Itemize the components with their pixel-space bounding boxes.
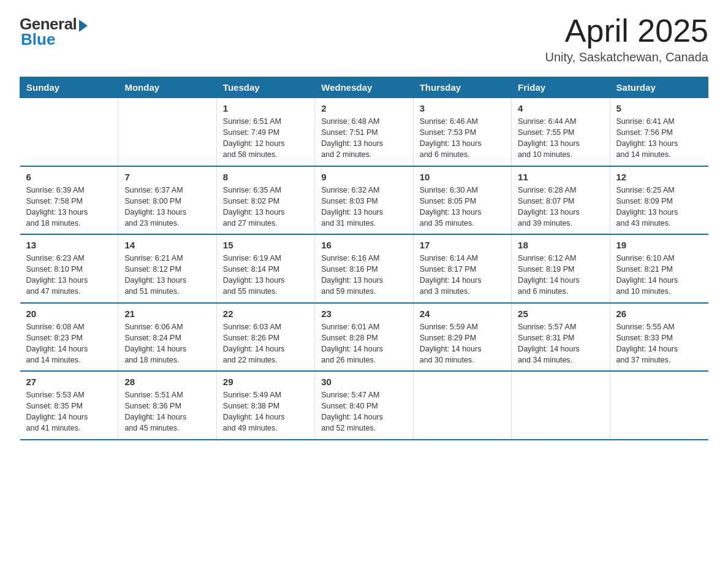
day-info: Sunrise: 6:08 AM Sunset: 8:23 PM Dayligh… bbox=[26, 321, 112, 366]
header-cell-monday: Monday bbox=[118, 77, 216, 98]
day-info: Sunrise: 6:28 AM Sunset: 8:07 PM Dayligh… bbox=[518, 185, 603, 229]
day-number: 4 bbox=[518, 103, 603, 113]
day-cell bbox=[413, 371, 511, 440]
week-row-0: 1Sunrise: 6:51 AM Sunset: 7:49 PM Daylig… bbox=[20, 98, 708, 166]
day-number: 13 bbox=[26, 240, 112, 250]
day-cell: 10Sunrise: 6:30 AM Sunset: 8:05 PM Dayli… bbox=[413, 166, 511, 235]
day-number: 21 bbox=[124, 308, 210, 319]
day-cell: 29Sunrise: 5:49 AM Sunset: 8:38 PM Dayli… bbox=[216, 371, 314, 440]
day-info: Sunrise: 6:44 AM Sunset: 7:55 PM Dayligh… bbox=[518, 116, 603, 161]
day-info: Sunrise: 6:46 AM Sunset: 7:53 PM Dayligh… bbox=[420, 116, 505, 161]
day-cell: 25Sunrise: 5:57 AM Sunset: 8:31 PM Dayli… bbox=[512, 303, 610, 372]
location: Unity, Saskatchewan, Canada bbox=[545, 50, 708, 64]
calendar-body: 1Sunrise: 6:51 AM Sunset: 7:49 PM Daylig… bbox=[20, 98, 708, 440]
week-row-3: 20Sunrise: 6:08 AM Sunset: 8:23 PM Dayli… bbox=[20, 303, 708, 372]
day-cell: 19Sunrise: 6:10 AM Sunset: 8:21 PM Dayli… bbox=[610, 234, 708, 303]
day-number: 29 bbox=[223, 377, 308, 387]
day-info: Sunrise: 6:25 AM Sunset: 8:09 PM Dayligh… bbox=[616, 185, 702, 229]
day-info: Sunrise: 5:59 AM Sunset: 8:29 PM Dayligh… bbox=[420, 321, 505, 366]
day-info: Sunrise: 6:30 AM Sunset: 8:05 PM Dayligh… bbox=[420, 185, 505, 229]
header-row: SundayMondayTuesdayWednesdayThursdayFrid… bbox=[20, 77, 708, 98]
day-cell: 17Sunrise: 6:14 AM Sunset: 8:17 PM Dayli… bbox=[413, 234, 511, 303]
day-cell: 16Sunrise: 6:16 AM Sunset: 8:16 PM Dayli… bbox=[315, 234, 413, 303]
day-info: Sunrise: 6:37 AM Sunset: 8:00 PM Dayligh… bbox=[124, 185, 210, 229]
day-info: Sunrise: 6:03 AM Sunset: 8:26 PM Dayligh… bbox=[223, 321, 308, 366]
day-info: Sunrise: 6:23 AM Sunset: 8:10 PM Dayligh… bbox=[26, 253, 112, 297]
day-info: Sunrise: 6:41 AM Sunset: 7:56 PM Dayligh… bbox=[616, 116, 702, 161]
title-area: April 2025 Unity, Saskatchewan, Canada bbox=[545, 15, 708, 64]
day-number: 16 bbox=[321, 240, 406, 250]
day-info: Sunrise: 6:12 AM Sunset: 8:19 PM Dayligh… bbox=[518, 253, 603, 297]
day-cell: 8Sunrise: 6:35 AM Sunset: 8:02 PM Daylig… bbox=[216, 166, 314, 235]
day-number: 5 bbox=[616, 103, 702, 113]
day-number: 25 bbox=[518, 308, 603, 319]
day-number: 3 bbox=[420, 103, 505, 113]
day-number: 20 bbox=[26, 308, 112, 319]
day-number: 10 bbox=[420, 172, 505, 182]
header-cell-friday: Friday bbox=[512, 77, 610, 98]
day-number: 12 bbox=[616, 172, 702, 182]
day-cell: 21Sunrise: 6:06 AM Sunset: 8:24 PM Dayli… bbox=[118, 303, 216, 372]
day-cell bbox=[512, 371, 610, 440]
calendar-table: SundayMondayTuesdayWednesdayThursdayFrid… bbox=[20, 77, 708, 440]
day-cell: 12Sunrise: 6:25 AM Sunset: 8:09 PM Dayli… bbox=[610, 166, 708, 235]
day-info: Sunrise: 6:01 AM Sunset: 8:28 PM Dayligh… bbox=[321, 321, 406, 366]
day-info: Sunrise: 5:55 AM Sunset: 8:33 PM Dayligh… bbox=[616, 321, 702, 366]
day-number: 6 bbox=[26, 172, 112, 182]
day-cell: 4Sunrise: 6:44 AM Sunset: 7:55 PM Daylig… bbox=[512, 98, 610, 166]
day-cell: 24Sunrise: 5:59 AM Sunset: 8:29 PM Dayli… bbox=[413, 303, 511, 372]
day-cell: 30Sunrise: 5:47 AM Sunset: 8:40 PM Dayli… bbox=[315, 371, 413, 440]
week-row-2: 13Sunrise: 6:23 AM Sunset: 8:10 PM Dayli… bbox=[20, 234, 708, 303]
header-cell-saturday: Saturday bbox=[610, 77, 708, 98]
day-info: Sunrise: 6:32 AM Sunset: 8:03 PM Dayligh… bbox=[321, 185, 406, 229]
day-cell bbox=[118, 98, 216, 166]
header-cell-wednesday: Wednesday bbox=[315, 77, 413, 98]
day-number: 19 bbox=[616, 240, 702, 250]
day-cell: 11Sunrise: 6:28 AM Sunset: 8:07 PM Dayli… bbox=[512, 166, 610, 235]
day-info: Sunrise: 6:10 AM Sunset: 8:21 PM Dayligh… bbox=[616, 253, 702, 297]
day-cell: 13Sunrise: 6:23 AM Sunset: 8:10 PM Dayli… bbox=[20, 234, 118, 303]
day-info: Sunrise: 6:21 AM Sunset: 8:12 PM Dayligh… bbox=[124, 253, 210, 297]
day-number: 26 bbox=[616, 308, 702, 319]
day-info: Sunrise: 5:57 AM Sunset: 8:31 PM Dayligh… bbox=[518, 321, 603, 366]
day-number: 30 bbox=[321, 377, 406, 387]
week-row-1: 6Sunrise: 6:39 AM Sunset: 7:58 PM Daylig… bbox=[20, 166, 708, 235]
day-cell: 26Sunrise: 5:55 AM Sunset: 8:33 PM Dayli… bbox=[610, 303, 708, 372]
day-cell: 18Sunrise: 6:12 AM Sunset: 8:19 PM Dayli… bbox=[512, 234, 610, 303]
day-number: 7 bbox=[124, 172, 210, 182]
day-info: Sunrise: 5:49 AM Sunset: 8:38 PM Dayligh… bbox=[223, 389, 308, 434]
day-number: 24 bbox=[420, 308, 505, 319]
logo-blue-text: Blue bbox=[21, 30, 55, 49]
day-number: 14 bbox=[124, 240, 210, 250]
day-info: Sunrise: 6:19 AM Sunset: 8:14 PM Dayligh… bbox=[223, 253, 308, 297]
week-row-4: 27Sunrise: 5:53 AM Sunset: 8:35 PM Dayli… bbox=[20, 371, 708, 440]
day-cell: 3Sunrise: 6:46 AM Sunset: 7:53 PM Daylig… bbox=[413, 98, 511, 166]
day-cell: 15Sunrise: 6:19 AM Sunset: 8:14 PM Dayli… bbox=[216, 234, 314, 303]
header-cell-thursday: Thursday bbox=[413, 77, 511, 98]
day-number: 28 bbox=[124, 377, 210, 387]
day-number: 1 bbox=[223, 103, 308, 113]
day-cell bbox=[610, 371, 708, 440]
header-cell-sunday: Sunday bbox=[20, 77, 118, 98]
day-info: Sunrise: 6:06 AM Sunset: 8:24 PM Dayligh… bbox=[124, 321, 210, 366]
day-cell: 14Sunrise: 6:21 AM Sunset: 8:12 PM Dayli… bbox=[118, 234, 216, 303]
day-cell bbox=[20, 98, 118, 166]
day-info: Sunrise: 6:14 AM Sunset: 8:17 PM Dayligh… bbox=[420, 253, 505, 297]
day-cell: 6Sunrise: 6:39 AM Sunset: 7:58 PM Daylig… bbox=[20, 166, 118, 235]
page-header: General Blue April 2025 Unity, Saskatche… bbox=[20, 15, 708, 64]
day-cell: 27Sunrise: 5:53 AM Sunset: 8:35 PM Dayli… bbox=[20, 371, 118, 440]
logo-arrow-icon bbox=[79, 20, 88, 32]
day-number: 22 bbox=[223, 308, 308, 319]
day-cell: 20Sunrise: 6:08 AM Sunset: 8:23 PM Dayli… bbox=[20, 303, 118, 372]
day-info: Sunrise: 6:35 AM Sunset: 8:02 PM Dayligh… bbox=[223, 185, 308, 229]
day-cell: 9Sunrise: 6:32 AM Sunset: 8:03 PM Daylig… bbox=[315, 166, 413, 235]
day-number: 11 bbox=[518, 172, 603, 182]
day-cell: 1Sunrise: 6:51 AM Sunset: 7:49 PM Daylig… bbox=[216, 98, 314, 166]
day-info: Sunrise: 5:51 AM Sunset: 8:36 PM Dayligh… bbox=[124, 389, 210, 434]
day-number: 9 bbox=[321, 172, 406, 182]
day-info: Sunrise: 6:16 AM Sunset: 8:16 PM Dayligh… bbox=[321, 253, 406, 297]
day-cell: 23Sunrise: 6:01 AM Sunset: 8:28 PM Dayli… bbox=[315, 303, 413, 372]
day-cell: 22Sunrise: 6:03 AM Sunset: 8:26 PM Dayli… bbox=[216, 303, 314, 372]
calendar-header: SundayMondayTuesdayWednesdayThursdayFrid… bbox=[20, 77, 708, 98]
header-cell-tuesday: Tuesday bbox=[216, 77, 314, 98]
